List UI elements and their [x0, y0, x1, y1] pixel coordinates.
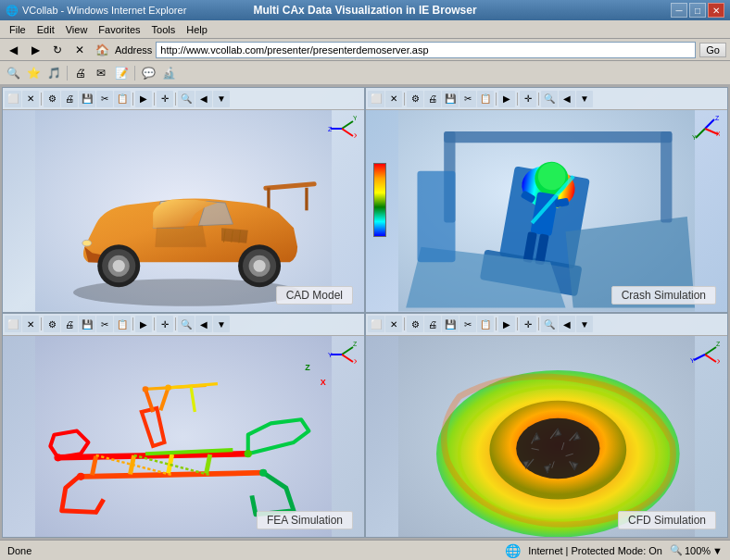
vp-cad-close[interactable]: ✕	[22, 91, 39, 107]
vp-crash-save[interactable]: 💾	[442, 91, 459, 107]
menu-help[interactable]: Help	[181, 22, 213, 37]
svg-line-25	[696, 129, 705, 138]
back-button[interactable]: ◀	[4, 41, 22, 59]
close-button[interactable]: ✕	[708, 3, 724, 18]
toolbar-search[interactable]: 🔍	[4, 64, 22, 82]
toolbar-media[interactable]: 🎵	[44, 64, 63, 82]
svg-rect-46	[417, 171, 455, 262]
vp-cad-zoom[interactable]: 🔍	[178, 91, 195, 107]
vp-crash-cut[interactable]: ✂	[459, 91, 476, 107]
crash-scene	[366, 110, 727, 312]
svg-text:X: X	[717, 358, 720, 365]
svg-rect-53	[35, 336, 332, 538]
toolbar-favorites[interactable]: ⭐	[24, 64, 43, 82]
vp-cad-settings[interactable]: ⚙	[44, 91, 60, 107]
forward-button[interactable]: ▶	[26, 41, 44, 59]
menu-tools[interactable]: Tools	[146, 22, 182, 37]
vp-fea-left[interactable]: ◀	[195, 316, 212, 332]
toolbar-edit[interactable]: 📝	[112, 64, 131, 82]
vp-cfd-play[interactable]: ▶	[498, 316, 515, 332]
vp-fea-play[interactable]: ▶	[135, 316, 152, 332]
refresh-button[interactable]: ↻	[48, 41, 67, 59]
viewport-cfd[interactable]: ⬜ ✕ ⚙ 🖨 💾 ✂ 📋 ▶ ✛ 🔍 ◀ ▼ Z X Y	[365, 313, 728, 539]
vp-cfd-cut[interactable]: ✂	[459, 316, 476, 332]
vp-cad-play[interactable]: ▶	[135, 91, 152, 107]
address-input[interactable]	[156, 42, 696, 58]
vp-crash-print[interactable]: 🖨	[424, 91, 441, 107]
viewport-fea[interactable]: ⬜ ✕ ⚙ 🖨 💾 ✂ 📋 ▶ ✛ 🔍 ◀ ▼ Z X Y	[2, 313, 365, 539]
go-button[interactable]: Go	[699, 43, 726, 57]
viewport-cad[interactable]: ⬜ ✕ ⚙ 🖨 💾 ✂ 📋 ▶ ✛ 🔍 ◀ ▼ Y X Z	[2, 87, 365, 313]
vp-label-cfd: CFD Simulation	[618, 511, 716, 529]
vp-fea-save[interactable]: 💾	[79, 316, 95, 332]
vp-cad-print[interactable]: 🖨	[61, 91, 78, 107]
svg-line-1	[342, 129, 353, 136]
menu-edit[interactable]: Edit	[31, 22, 60, 37]
stop-button[interactable]: ✕	[70, 41, 89, 59]
maximize-button[interactable]: □	[689, 3, 706, 18]
menu-view[interactable]: View	[60, 22, 94, 37]
vp-cad-cut[interactable]: ✂	[96, 91, 113, 107]
toolbar-research[interactable]: 🔬	[159, 64, 178, 82]
vp-fea-settings[interactable]: ⚙	[44, 316, 60, 332]
vp-cad-move[interactable]: ✛	[157, 91, 173, 107]
svg-point-71	[165, 384, 171, 391]
menu-favorites[interactable]: Favorites	[93, 22, 145, 37]
svg-text:Z: Z	[305, 362, 310, 371]
vp-fea-down[interactable]: ▼	[213, 316, 230, 332]
toolbar-print[interactable]: 🖨	[71, 64, 90, 82]
vp-cad-save[interactable]: 💾	[79, 91, 95, 107]
vp-cad-copy[interactable]: 📋	[114, 91, 131, 107]
vp-cfd-close[interactable]: ✕	[385, 316, 402, 332]
toolbar-discuss[interactable]: 💬	[139, 64, 157, 82]
vp-crash-close[interactable]: ✕	[385, 91, 402, 107]
crash-color-scale	[373, 163, 386, 237]
vp-crash-play[interactable]: ▶	[498, 91, 515, 107]
vp-crash-zoom[interactable]: 🔍	[541, 91, 558, 107]
vp-cfd-down[interactable]: ▼	[576, 316, 593, 332]
vp-toolbar-cad: ⬜ ✕ ⚙ 🖨 💾 ✂ 📋 ▶ ✛ 🔍 ◀ ▼	[3, 88, 364, 110]
vp-crash-copy[interactable]: 📋	[477, 91, 494, 107]
vp-cad-down[interactable]: ▼	[213, 91, 230, 107]
home-button[interactable]: 🏠	[93, 41, 111, 59]
svg-rect-9	[267, 188, 270, 211]
vp-fea-cut[interactable]: ✂	[96, 316, 113, 332]
vp-cad-expand[interactable]: ⬜	[5, 91, 21, 107]
svg-line-48	[342, 355, 353, 362]
vp-fea-move[interactable]: ✛	[157, 316, 173, 332]
vp-crash-move[interactable]: ✛	[520, 91, 536, 107]
vp-fea-expand[interactable]: ⬜	[5, 316, 21, 332]
svg-point-70	[143, 386, 149, 392]
vp-crash-down[interactable]: ▼	[576, 91, 593, 107]
zoom-value: 100%	[685, 545, 711, 556]
viewport-crash[interactable]: ⬜ ✕ ⚙ 🖨 💾 ✂ 📋 ▶ ✛ 🔍 ◀ ▼ Z X Y	[365, 87, 728, 313]
vp-cfd-zoom[interactable]: 🔍	[541, 316, 558, 332]
svg-point-18	[254, 260, 266, 272]
zoom-control[interactable]: 🔍 100% ▼	[670, 544, 723, 556]
svg-text:Z: Z	[716, 341, 720, 347]
zoom-dropdown-icon[interactable]: ▼	[712, 545, 723, 556]
vp-crash-settings[interactable]: ⚙	[407, 91, 423, 107]
menu-file[interactable]: File	[4, 22, 31, 37]
vp-label-cad: CAD Model	[276, 286, 353, 305]
vp-fea-copy[interactable]: 📋	[114, 316, 131, 332]
vp-cfd-copy[interactable]: 📋	[477, 316, 494, 332]
vp-fea-zoom[interactable]: 🔍	[178, 316, 195, 332]
vp-crash-left[interactable]: ◀	[559, 91, 575, 107]
vp-cfd-move[interactable]: ✛	[520, 316, 536, 332]
vp-cfd-left[interactable]: ◀	[559, 316, 575, 332]
toolbar-mail[interactable]: ✉	[92, 64, 110, 82]
vp-crash-expand[interactable]: ⬜	[368, 91, 384, 107]
vp-cfd-print[interactable]: 🖨	[424, 316, 441, 332]
vp-fea-close[interactable]: ✕	[22, 316, 39, 332]
svg-line-76	[694, 355, 705, 360]
vp-cad-left[interactable]: ◀	[195, 91, 212, 107]
minimize-button[interactable]: ─	[671, 3, 687, 18]
vp-cfd-save[interactable]: 💾	[442, 316, 459, 332]
vp-cfd-expand[interactable]: ⬜	[368, 316, 384, 332]
vp-cfd-settings[interactable]: ⚙	[407, 316, 423, 332]
vp-fea-print[interactable]: 🖨	[61, 316, 78, 332]
svg-text:Y: Y	[690, 357, 695, 364]
svg-text:Z: Z	[353, 341, 357, 347]
svg-text:Y: Y	[353, 115, 357, 121]
